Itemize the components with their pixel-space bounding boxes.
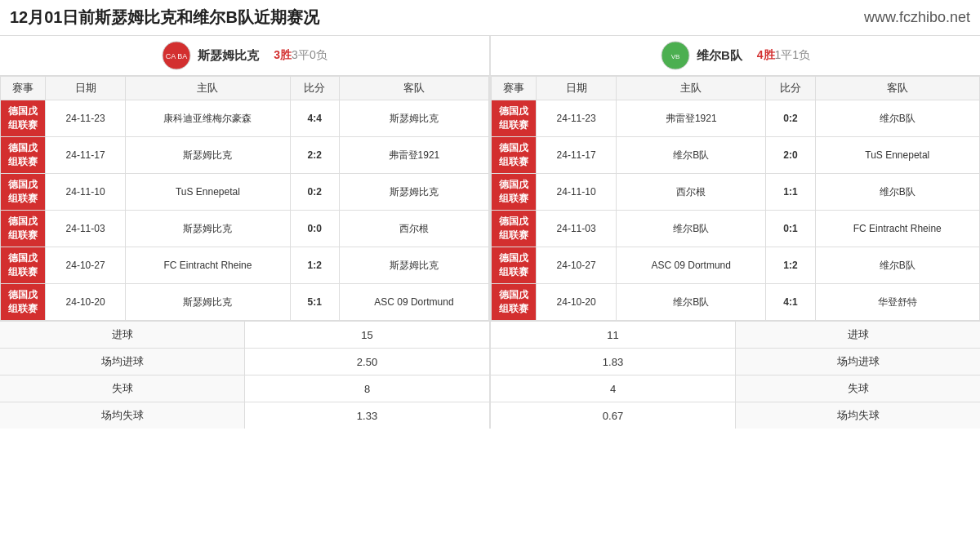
avg-goals-row: 场均进球 2.50 1.83 场均进球	[0, 348, 980, 375]
left-goals-half: 进球 15	[0, 322, 491, 348]
stats-section: 进球 15 11 进球 场均进球 2.50 1.83 场均进球 失球 8	[0, 321, 980, 429]
left-league-cell: 德国戊组联赛	[1, 284, 46, 321]
right-table-row: 德国戊组联赛 24-10-27 ASC 09 Dortmund 1:2 维尔B队	[492, 247, 980, 284]
right-table-row: 德国戊组联赛 24-11-23 弗雷登1921 0:2 维尔B队	[492, 100, 980, 137]
goals-row: 进球 15 11 进球	[0, 321, 980, 348]
left-table-header-row: 赛事 日期 主队 比分 客队	[1, 77, 489, 100]
right-league-cell: 德国戊组联赛	[492, 284, 537, 321]
right-avg-conceded-label: 场均失球	[735, 402, 980, 429]
right-goals-half: 11 进球	[491, 322, 980, 348]
left-home-cell: 斯瑟姆比克	[126, 284, 290, 321]
right-th-score: 比分	[766, 77, 815, 100]
right-table-row: 德国戊组联赛 24-11-10 西尔根 1:1 维尔B队	[492, 174, 980, 211]
left-th-score: 比分	[290, 77, 339, 100]
left-avg-conceded-value: 1.33	[245, 404, 489, 428]
right-team-logo: VB	[661, 41, 690, 70]
right-date-cell: 24-11-23	[537, 100, 617, 137]
right-team-section: VB 维尔B队 4胜1平1负	[491, 36, 980, 75]
header: 12月01日前斯瑟姆比克和维尔B队近期赛况 www.fczhibo.net	[0, 0, 980, 35]
right-table: 赛事 日期 主队 比分 客队 德国戊组联赛 24-11-23 弗雷登1921 0…	[491, 76, 980, 321]
right-score-cell: 0:2	[766, 100, 815, 137]
left-home-cell: 斯瑟姆比克	[126, 137, 290, 174]
left-avg-conceded-half: 场均失球 1.33	[0, 402, 491, 429]
left-conceded-value: 8	[245, 377, 489, 401]
left-league-cell: 德国戊组联赛	[1, 247, 46, 284]
left-date-cell: 24-10-27	[46, 247, 126, 284]
left-score-cell: 5:1	[290, 284, 339, 321]
main-table: 赛事 日期 主队 比分 客队 德国戊组联赛 24-11-23 康科迪亚维梅尔豪森…	[0, 76, 980, 321]
left-team-section: CA BA 斯瑟姆比克 3胜3平0负	[0, 36, 491, 75]
left-league-cell: 德国戊组联赛	[1, 174, 46, 211]
right-conceded-value: 4	[491, 377, 735, 401]
left-draw: 3平	[292, 48, 310, 61]
svg-text:VB: VB	[671, 53, 680, 60]
left-avg-goals-label: 场均进球	[0, 349, 245, 375]
left-table-row: 德国戊组联赛 24-11-17 斯瑟姆比克 2:2 弗雷登1921	[1, 137, 489, 174]
left-table-row: 德国戊组联赛 24-10-27 FC Eintracht Rheine 1:2 …	[1, 247, 489, 284]
left-date-cell: 24-11-03	[46, 211, 126, 247]
left-loss: 0负	[310, 48, 327, 61]
left-team-name: 斯瑟姆比克	[198, 48, 259, 64]
left-away-cell: ASC 09 Dortmund	[339, 284, 488, 321]
left-score-cell: 0:0	[290, 211, 339, 247]
right-table-row: 德国戊组联赛 24-11-03 维尔B队 0:1 FC Eintracht Rh…	[492, 211, 980, 247]
left-th-away: 客队	[339, 77, 488, 100]
team-row: CA BA 斯瑟姆比克 3胜3平0负 VB 维尔B队 4胜1平1负	[0, 35, 980, 76]
left-league-cell: 德国戊组联赛	[1, 211, 46, 247]
right-home-cell: 西尔根	[617, 174, 766, 211]
right-team-record: 4胜1平1负	[757, 48, 810, 63]
left-table-row: 德国戊组联赛 24-11-03 斯瑟姆比克 0:0 西尔根	[1, 211, 489, 247]
page-title: 12月01日前斯瑟姆比克和维尔B队近期赛况	[10, 7, 319, 29]
right-win: 4胜	[757, 48, 775, 61]
right-date-cell: 24-11-10	[537, 174, 617, 211]
left-away-cell: 弗雷登1921	[339, 137, 488, 174]
right-table-row: 德国戊组联赛 24-10-20 维尔B队 4:1 华登舒特	[492, 284, 980, 321]
right-away-cell: 华登舒特	[815, 284, 979, 321]
right-goals-label: 进球	[735, 322, 980, 348]
left-team-record: 3胜3平0负	[274, 48, 327, 63]
right-league-cell: 德国戊组联赛	[492, 174, 537, 211]
left-conceded-label: 失球	[0, 375, 245, 402]
left-team-logo: CA BA	[162, 41, 191, 70]
right-draw: 1平	[775, 48, 793, 61]
left-score-cell: 4:4	[290, 100, 339, 137]
left-avg-conceded-label: 场均失球	[0, 402, 245, 429]
left-home-cell: 康科迪亚维梅尔豪森	[126, 100, 290, 137]
svg-text:CA BA: CA BA	[166, 52, 188, 60]
left-avg-goals-half: 场均进球 2.50	[0, 349, 491, 375]
right-home-cell: ASC 09 Dortmund	[617, 247, 766, 284]
right-date-cell: 24-11-17	[537, 137, 617, 174]
left-table-row: 德国戊组联赛 24-10-20 斯瑟姆比克 5:1 ASC 09 Dortmun…	[1, 284, 489, 321]
right-away-cell: TuS Ennepetal	[815, 137, 979, 174]
left-goals-label: 进球	[0, 322, 245, 348]
right-home-cell: 维尔B队	[617, 137, 766, 174]
left-score-cell: 1:2	[290, 247, 339, 284]
right-date-cell: 24-11-03	[537, 211, 617, 247]
left-goals-value: 15	[245, 323, 489, 347]
left-date-cell: 24-11-17	[46, 137, 126, 174]
right-score-cell: 2:0	[766, 137, 815, 174]
right-league-cell: 德国戊组联赛	[492, 247, 537, 284]
site-url: www.fczhibo.net	[864, 9, 970, 26]
right-th-away: 客队	[815, 77, 979, 100]
right-score-cell: 4:1	[766, 284, 815, 321]
right-table-header-row: 赛事 日期 主队 比分 客队	[492, 77, 980, 100]
right-date-cell: 24-10-27	[537, 247, 617, 284]
right-home-cell: 弗雷登1921	[617, 100, 766, 137]
right-loss: 1负	[792, 48, 810, 61]
left-date-cell: 24-11-23	[46, 100, 126, 137]
right-away-cell: 维尔B队	[815, 100, 979, 137]
left-home-cell: TuS Ennepetal	[126, 174, 290, 211]
page-wrapper: 12月01日前斯瑟姆比克和维尔B队近期赛况 www.fczhibo.net CA…	[0, 0, 980, 429]
left-away-cell: 斯瑟姆比克	[339, 174, 488, 211]
right-table-row: 德国戊组联赛 24-11-17 维尔B队 2:0 TuS Ennepetal	[492, 137, 980, 174]
left-league-cell: 德国戊组联赛	[1, 137, 46, 174]
right-date-cell: 24-10-20	[537, 284, 617, 321]
right-home-cell: 维尔B队	[617, 211, 766, 247]
left-th-home: 主队	[126, 77, 290, 100]
left-score-cell: 2:2	[290, 137, 339, 174]
right-away-cell: 维尔B队	[815, 247, 979, 284]
left-table-row: 德国戊组联赛 24-11-10 TuS Ennepetal 0:2 斯瑟姆比克	[1, 174, 489, 211]
left-th-date: 日期	[46, 77, 126, 100]
right-away-cell: FC Eintracht Rheine	[815, 211, 979, 247]
